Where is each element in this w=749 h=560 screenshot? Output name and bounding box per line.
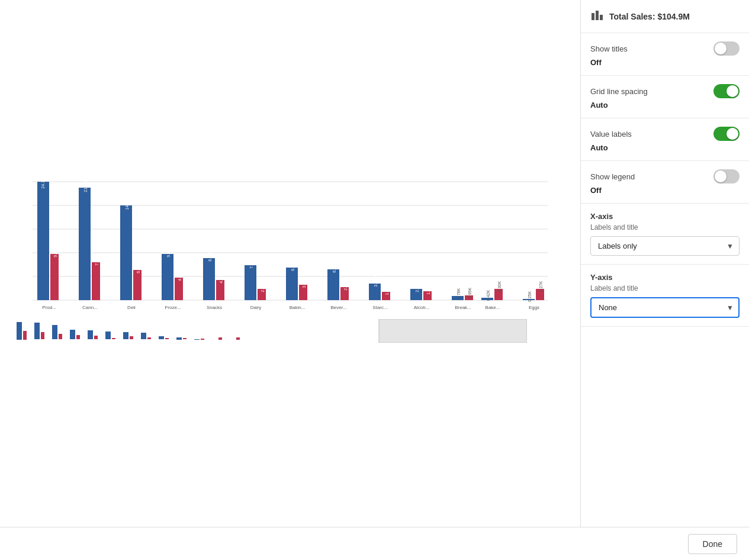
grid-line-spacing-section: Grid line spacing Auto [581, 76, 749, 118]
value-labels-thumb [727, 128, 738, 140]
svg-rect-11 [79, 188, 91, 300]
chart-area: 24.18M 9.45M Prod... 21.69M 7.72M Cann..… [0, 0, 580, 527]
done-button[interactable]: Done [688, 534, 737, 554]
svg-rect-26 [203, 258, 215, 300]
svg-rect-36 [286, 268, 298, 300]
svg-text:7.18M: 7.18M [249, 257, 253, 269]
svg-rect-100 [600, 15, 603, 20]
svg-rect-87 [159, 336, 164, 339]
svg-text:Snacks: Snacks [207, 305, 222, 310]
svg-rect-21 [162, 254, 173, 300]
svg-text:4.05M: 4.05M [219, 272, 223, 284]
svg-text:Prod...: Prod... [42, 305, 56, 310]
bar-chart: 24.18M 9.45M Prod... 21.69M 7.72M Cann..… [12, 182, 568, 312]
svg-text:Deli: Deli [127, 305, 136, 310]
svg-rect-12 [92, 262, 100, 300]
show-legend-label: Show legend [590, 172, 635, 181]
x-axis-labels-title: Labels and title [590, 223, 740, 231]
value-labels-label: Value labels [590, 130, 632, 139]
svg-text:Froze...: Froze... [165, 305, 181, 310]
show-legend-toggle[interactable] [713, 169, 740, 184]
svg-rect-91 [194, 339, 200, 340]
svg-text:2.30K: 2.30K [497, 281, 502, 292]
grid-line-spacing-value: Auto [590, 101, 740, 110]
svg-rect-96 [236, 337, 240, 340]
svg-text:7.72M: 7.72M [95, 254, 99, 266]
svg-text:6.32M: 6.32M [332, 261, 336, 273]
svg-rect-94 [218, 337, 222, 340]
value-labels-toggle[interactable] [713, 127, 740, 141]
x-axis-section: X-axis Labels and title Labels only Titl… [581, 204, 749, 265]
svg-text:Alcoh...: Alcoh... [414, 305, 430, 310]
svg-text:Eggs: Eggs [529, 305, 539, 310]
grid-line-spacing-thumb [727, 85, 738, 97]
panel-header: Total Sales: $104.9M [581, 0, 749, 33]
svg-text:24.18M: 24.18M [41, 175, 45, 189]
svg-rect-81 [105, 332, 111, 339]
grid-line-spacing-label: Grid line spacing [590, 87, 648, 96]
svg-text:2.35M: 2.35M [261, 281, 265, 292]
svg-text:6.16M: 6.16M [136, 262, 140, 273]
svg-text:14.63M: 14.63M [125, 196, 129, 210]
svg-text:Bakin...: Bakin... [290, 305, 306, 310]
svg-rect-83 [123, 332, 128, 339]
bottom-bar: Done [0, 527, 749, 560]
svg-rect-92 [201, 339, 204, 340]
grid-line-spacing-row: Grid line spacing [590, 84, 740, 98]
x-axis-dropdown-wrapper: Labels only Title only Both None ▼ [590, 236, 740, 256]
value-labels-section: Value labels Auto [581, 118, 749, 161]
x-axis-select[interactable]: Labels only Title only Both None [590, 236, 740, 256]
x-axis-title: X-axis [590, 212, 740, 221]
svg-text:2.29M: 2.29M [415, 281, 419, 292]
svg-text:1.77M: 1.77M [426, 283, 430, 295]
svg-rect-16 [120, 205, 132, 300]
y-axis-section: Y-axis Labels and title None Labels only… [581, 265, 749, 327]
svg-rect-31 [245, 265, 256, 300]
y-axis-labels-title: Labels and title [590, 284, 740, 292]
show-titles-toggle[interactable] [713, 41, 740, 56]
svg-rect-98 [592, 13, 594, 20]
svg-rect-99 [596, 11, 599, 20]
svg-text:6.73M: 6.73M [291, 259, 295, 271]
svg-rect-17 [133, 270, 142, 300]
right-panel: Total Sales: $104.9M Show titles Off Gri… [580, 0, 749, 527]
show-titles-value: Off [590, 58, 740, 67]
svg-text:3.22M: 3.22M [302, 276, 306, 288]
svg-rect-97 [379, 319, 527, 343]
svg-text:Cann...: Cann... [82, 305, 98, 310]
svg-text:0.25K: 0.25K [528, 291, 532, 302]
svg-rect-7 [50, 254, 59, 300]
bar-chart-icon [590, 8, 603, 24]
main-area: 24.18M 9.45M Prod... 21.69M 7.72M Cann..… [0, 0, 749, 527]
svg-rect-6 [37, 182, 49, 300]
svg-rect-41 [327, 269, 339, 300]
panel-title: Total Sales: $104.9M [609, 12, 690, 21]
svg-rect-90 [183, 338, 187, 339]
svg-rect-78 [76, 335, 80, 339]
y-axis-select[interactable]: None Labels only Title only Both [590, 297, 740, 318]
y-axis-title: Y-axis [590, 273, 740, 282]
show-titles-row: Show titles [590, 41, 740, 56]
svg-text:0.42K: 0.42K [486, 290, 490, 301]
minimap-chart [12, 319, 527, 343]
svg-text:4.64M: 4.64M [178, 269, 182, 281]
y-axis-dropdown-wrapper: None Labels only Title only Both ▼ [590, 297, 740, 318]
grid-line-spacing-toggle[interactable] [713, 84, 740, 98]
svg-text:21.69M: 21.69M [83, 178, 88, 192]
svg-text:Bever...: Bever... [330, 305, 346, 310]
svg-rect-80 [94, 336, 98, 339]
svg-rect-82 [112, 338, 115, 339]
svg-text:1.66M: 1.66M [385, 284, 389, 295]
svg-text:9.45M: 9.45M [53, 246, 57, 258]
svg-rect-76 [59, 334, 62, 339]
svg-rect-88 [165, 338, 169, 339]
show-titles-thumb [715, 43, 727, 54]
value-labels-value: Auto [590, 143, 740, 152]
svg-text:2.27K: 2.27K [539, 281, 543, 292]
svg-text:Bake...: Bake... [486, 305, 500, 310]
svg-rect-77 [70, 330, 75, 339]
svg-text:Break...: Break... [455, 305, 471, 310]
show-legend-section: Show legend Off [581, 161, 749, 204]
svg-text:Dairy: Dairy [250, 305, 262, 310]
svg-rect-75 [52, 325, 57, 339]
